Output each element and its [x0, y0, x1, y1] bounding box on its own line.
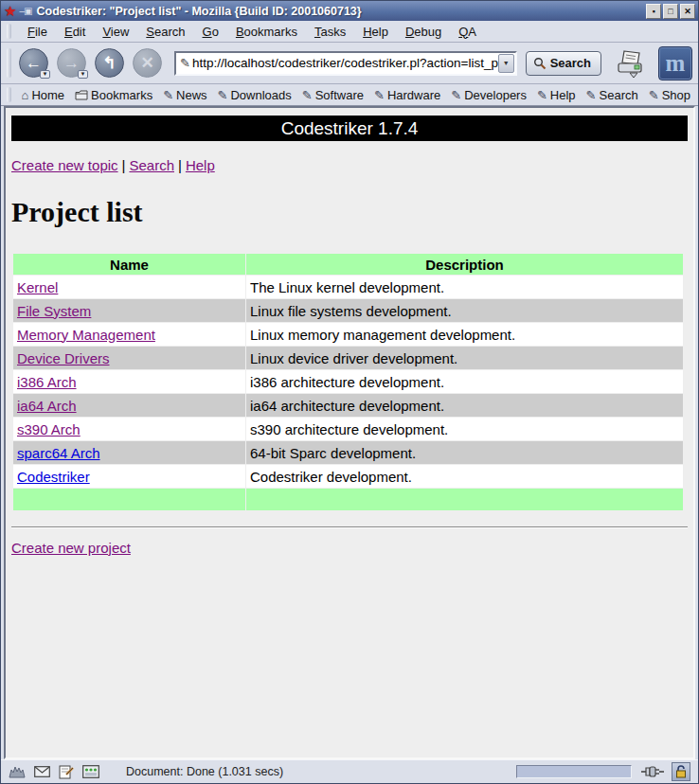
project-description: Linux file systems development. [246, 299, 683, 322]
personal-downloads-label: Downloads [230, 88, 291, 102]
project-table: Name Description Kernel The Linux kernel… [12, 253, 684, 511]
project-link[interactable]: i386 Arch [17, 374, 77, 390]
status-bar: Document: Done (1.031 secs) [1, 759, 698, 783]
close-button[interactable]: ✕ [680, 4, 695, 19]
menu-go[interactable]: Go [194, 23, 227, 41]
forward-dropdown-icon[interactable]: ▼ [78, 70, 88, 79]
personal-developers[interactable]: ✎ Developers [448, 88, 534, 102]
reload-icon: ↰ [102, 53, 116, 73]
menu-qa[interactable]: QA [450, 23, 485, 41]
project-link[interactable]: sparc64 Arch [17, 445, 100, 461]
menu-bookmarks[interactable]: Bookmarks [227, 23, 306, 41]
create-new-project-link[interactable]: Create new project [11, 540, 131, 556]
link-separator: | [118, 157, 130, 173]
personal-news-label: News [176, 88, 207, 102]
navigation-toolbar: ← ▼ → ▼ ↰ ✕ ✎ ▼ Search [1, 43, 698, 84]
forward-button[interactable]: → ▼ [57, 48, 86, 78]
personal-home[interactable]: ⌂ Home [19, 88, 73, 102]
top-nav-links: Create new topic|Search|Help [11, 157, 688, 173]
table-row: ia64 Arch ia64 architecture development. [13, 394, 683, 417]
table-row: File System Linux file systems developme… [13, 299, 683, 322]
browser-window: ★ ‒▣ Codestriker: "Project list" - Mozil… [0, 0, 699, 784]
menu-help[interactable]: Help [354, 23, 397, 41]
project-link[interactable]: Device Drivers [17, 350, 110, 366]
toolbar-grippy[interactable] [7, 48, 11, 77]
project-link[interactable]: s390 Arch [17, 421, 81, 437]
personal-shop-label: Shop [662, 88, 690, 102]
back-button[interactable]: ← ▼ [19, 48, 48, 78]
app-banner: Codestriker 1.7.4 [11, 116, 688, 141]
personal-bookmarks-label: Bookmarks [91, 88, 152, 102]
url-dropdown-button[interactable]: ▼ [498, 54, 514, 73]
personal-software-label: Software [315, 88, 364, 102]
personal-hardware-label: Hardware [387, 88, 440, 102]
minimize-button[interactable]: ▪ [646, 4, 661, 19]
quill-icon: ✎ [163, 88, 173, 102]
project-description: s390 architecture development. [246, 418, 683, 440]
status-text: Document: Done (1.031 secs) [113, 765, 516, 778]
project-link[interactable]: Kernel [17, 279, 58, 295]
personal-shop[interactable]: ✎ Shop [646, 88, 698, 102]
personal-search[interactable]: ✎ Search [583, 88, 646, 102]
personal-hardware[interactable]: ✎ Hardware [371, 88, 448, 102]
menu-file[interactable]: File [19, 23, 56, 41]
search-link[interactable]: Search [129, 157, 174, 173]
personal-toolbar: ⌂ Home Bookmarks ✎ News ✎ Downloads ✎ So… [1, 84, 698, 106]
back-dropdown-icon[interactable]: ▼ [40, 70, 50, 79]
search-button[interactable]: Search [526, 51, 601, 76]
url-input[interactable] [192, 56, 498, 70]
toolbar-grippy[interactable] [7, 24, 11, 38]
menu-debug[interactable]: Debug [397, 23, 450, 41]
help-link[interactable]: Help [186, 157, 215, 173]
table-footer-row [13, 489, 683, 510]
personal-bookmarks[interactable]: Bookmarks [72, 88, 160, 102]
stop-button[interactable]: ✕ [133, 48, 162, 78]
project-link[interactable]: File System [17, 303, 91, 319]
personal-home-label: Home [31, 88, 64, 102]
maximize-button[interactable]: □ [663, 4, 678, 19]
menu-view[interactable]: View [94, 23, 137, 41]
forward-icon: → [63, 54, 80, 73]
address-book-icon[interactable] [82, 765, 99, 778]
print-button[interactable] [615, 47, 647, 80]
project-link[interactable]: ia64 Arch [17, 398, 77, 414]
url-bar[interactable]: ✎ ▼ [174, 51, 517, 76]
lock-icon [675, 765, 687, 778]
window-manager-icon: ★ [4, 4, 16, 18]
personal-developers-label: Developers [464, 88, 527, 102]
personal-help[interactable]: ✎ Help [534, 88, 583, 102]
menu-edit[interactable]: Edit [56, 23, 94, 41]
reload-button[interactable]: ↰ [95, 48, 124, 78]
create-new-topic-link[interactable]: Create new topic [11, 157, 118, 173]
quill-icon: ✎ [374, 88, 385, 102]
composer-icon[interactable] [59, 764, 74, 779]
online-plug-icon[interactable] [641, 765, 664, 778]
printer-icon [615, 47, 647, 80]
project-description: Codestriker development. [246, 465, 683, 488]
navigator-icon[interactable] [9, 764, 26, 779]
mail-icon[interactable] [34, 766, 50, 777]
personal-software[interactable]: ✎ Software [299, 88, 371, 102]
mozilla-throbber-icon[interactable]: m [658, 46, 692, 80]
project-link[interactable]: Memory Management [17, 327, 155, 343]
toolbar-grippy[interactable] [7, 87, 11, 101]
table-row: sparc64 Arch 64-bit Sparc development. [13, 441, 683, 464]
personal-downloads[interactable]: ✎ Downloads [215, 88, 299, 102]
menu-search[interactable]: Search [137, 23, 193, 41]
table-row: Memory Management Linux memory managemen… [13, 323, 683, 346]
quill-icon: ✎ [451, 88, 461, 102]
window-pin-icon: ‒▣ [19, 6, 31, 16]
project-link[interactable]: Codestriker [17, 469, 90, 485]
personal-help-label: Help [550, 88, 576, 102]
magnifier-icon [533, 57, 547, 70]
table-row: Kernel The Linux kernel development. [13, 276, 683, 298]
page-content: Codestriker 1.7.4 Create new topic|Searc… [4, 106, 695, 759]
personal-news[interactable]: ✎ News [160, 88, 214, 102]
menu-bar: File Edit View Search Go Bookmarks Tasks… [1, 21, 698, 43]
menu-tasks[interactable]: Tasks [306, 23, 354, 41]
title-bar[interactable]: ★ ‒▣ Codestriker: "Project list" - Mozil… [1, 1, 698, 21]
security-lock-button[interactable] [672, 762, 690, 781]
column-header-description: Description [246, 254, 683, 275]
link-separator: | [174, 157, 186, 173]
stop-icon: ✕ [140, 53, 153, 73]
